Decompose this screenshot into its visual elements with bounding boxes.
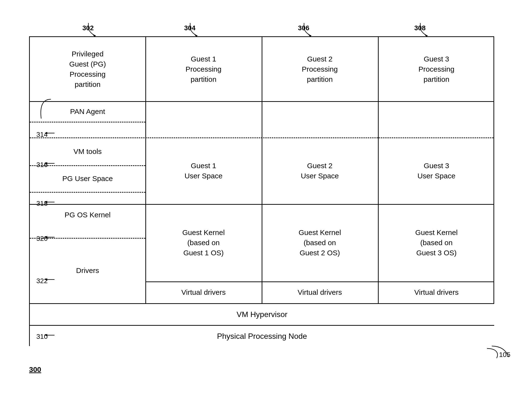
ref-304: 304	[184, 24, 196, 32]
guest3-virtual-drivers-cell: Virtual drivers	[378, 281, 495, 303]
pg-user-space-cell: PG User Space	[30, 165, 145, 192]
drivers-cell: Drivers	[30, 238, 145, 303]
main-diagram-box: Privileged Guest (PG) Processing partiti…	[29, 36, 494, 346]
ref-320: 320	[36, 235, 48, 242]
guest1-processing-cell: Guest 1 Processing partition	[145, 37, 262, 101]
physical-processing-node-bar: Physical Processing Node	[30, 325, 494, 347]
ref-306: 306	[298, 24, 309, 32]
diagram-container: 302 304 306 308	[29, 19, 509, 378]
ref-105: 105	[499, 351, 510, 359]
guest1-user-space-cell: Guest 1 User Space	[145, 137, 262, 204]
guest2-user-space-cell: Guest 2 User Space	[262, 137, 378, 204]
ref-322: 322	[36, 277, 48, 285]
guest3-user-space-cell: Guest 3 User Space	[378, 137, 495, 204]
guest1-virtual-drivers-cell: Virtual drivers	[145, 281, 262, 303]
pan-agent-cell: PAN Agent	[30, 101, 145, 122]
ref-310: 310	[36, 333, 48, 340]
figure-label: 300	[29, 365, 41, 374]
guest1-kernel-cell: Guest Kernel (based on Guest 1 OS)	[145, 204, 262, 281]
guest2-processing-cell: Guest 2 Processing partition	[262, 37, 378, 101]
guest3-processing-cell: Guest 3 Processing partition	[378, 37, 495, 101]
ref-316: 316	[36, 161, 48, 169]
guest3-kernel-cell: Guest Kernel (based on Guest 3 OS)	[378, 204, 495, 281]
guest2-kernel-cell: Guest Kernel (based on Guest 2 OS)	[262, 204, 378, 281]
pg-os-kernel-cell: PG OS Kernel	[30, 192, 145, 238]
ref-314: 314	[36, 131, 48, 138]
pg-processing-cell: Privileged Guest (PG) Processing partiti…	[30, 37, 145, 101]
guest2-virtual-drivers-cell: Virtual drivers	[262, 281, 378, 303]
ref-308: 308	[414, 24, 426, 32]
ref-302: 302	[82, 24, 94, 32]
ref-318: 318	[36, 200, 48, 207]
vm-hypervisor-bar: VM Hypervisor	[30, 303, 494, 325]
